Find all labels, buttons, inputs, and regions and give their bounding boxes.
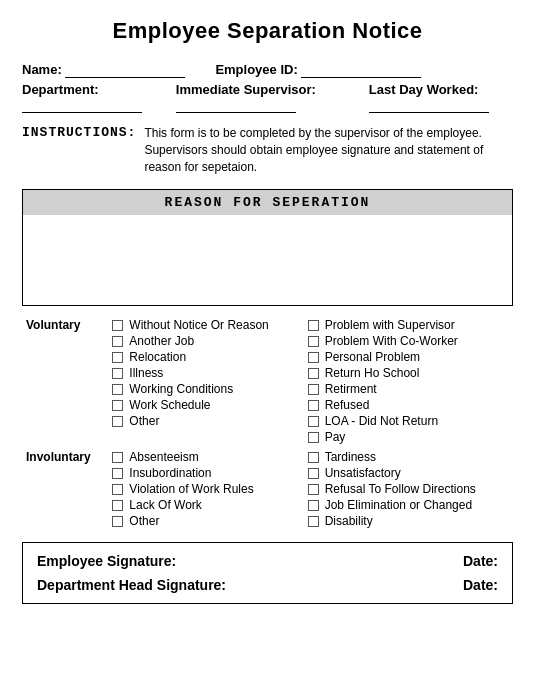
supervisor-value[interactable] <box>176 97 296 113</box>
list-item[interactable]: Disability <box>308 514 509 528</box>
checkbox-icon[interactable] <box>308 400 319 411</box>
header-fields: Name: Employee ID: Department: Immediate… <box>22 62 513 113</box>
list-item[interactable]: Retirment <box>308 382 509 396</box>
page-title: Employee Separation Notice <box>22 18 513 44</box>
list-item[interactable]: Work Schedule <box>112 398 299 412</box>
involuntary-label: Involuntary <box>22 448 108 532</box>
voluntary-col2: Problem with SupervisorProblem With Co-W… <box>304 316 513 448</box>
voluntary-col1-list: Without Notice Or ReasonAnother JobReloc… <box>112 318 299 428</box>
name-value[interactable] <box>65 62 185 78</box>
instructions-section: Instructions: This form is to be complet… <box>22 125 513 175</box>
voluntary-col1: Without Notice Or ReasonAnother JobReloc… <box>108 316 303 448</box>
list-item[interactable]: Tardiness <box>308 450 509 464</box>
list-item[interactable]: Other <box>112 414 299 428</box>
checkbox-icon[interactable] <box>112 500 123 511</box>
list-item[interactable]: Personal Problem <box>308 350 509 364</box>
supervisor-label: Immediate Supervisor: <box>176 82 316 97</box>
instructions-label: Instructions: <box>22 125 136 140</box>
checkbox-icon[interactable] <box>308 352 319 363</box>
list-item[interactable]: Lack Of Work <box>112 498 299 512</box>
reason-header: Reason For Seperation <box>23 190 512 215</box>
checkbox-icon[interactable] <box>112 416 123 427</box>
date1-label: Date: <box>463 553 498 569</box>
instructions-text: This form is to be completed by the supe… <box>144 125 513 175</box>
list-item[interactable]: Problem with Supervisor <box>308 318 509 332</box>
employeeid-label: Employee ID: <box>215 62 297 77</box>
voluntary-row: Voluntary Without Notice Or ReasonAnothe… <box>22 316 513 448</box>
list-item[interactable]: LOA - Did Not Return <box>308 414 509 428</box>
list-item[interactable]: Unsatisfactory <box>308 466 509 480</box>
separation-table: Voluntary Without Notice Or ReasonAnothe… <box>22 316 513 532</box>
list-item[interactable]: Problem With Co-Worker <box>308 334 509 348</box>
checkbox-icon[interactable] <box>308 432 319 443</box>
checkbox-icon[interactable] <box>308 500 319 511</box>
checkbox-icon[interactable] <box>308 416 319 427</box>
list-item[interactable]: Other <box>112 514 299 528</box>
list-item[interactable]: Working Conditions <box>112 382 299 396</box>
list-item[interactable]: Illness <box>112 366 299 380</box>
involuntary-col1-list: AbsenteeismInsubordinationViolation of W… <box>112 450 299 528</box>
involuntary-col2-list: TardinessUnsatisfactoryRefusal To Follow… <box>308 450 509 528</box>
involuntary-col1: AbsenteeismInsubordinationViolation of W… <box>108 448 303 532</box>
involuntary-col2: TardinessUnsatisfactoryRefusal To Follow… <box>304 448 513 532</box>
checkbox-icon[interactable] <box>308 384 319 395</box>
list-item[interactable]: Refusal To Follow Directions <box>308 482 509 496</box>
lastday-value[interactable] <box>369 97 489 113</box>
checkbox-icon[interactable] <box>112 400 123 411</box>
department-value[interactable] <box>22 97 142 113</box>
list-item[interactable]: Relocation <box>112 350 299 364</box>
checkbox-icon[interactable] <box>308 484 319 495</box>
name-label: Name: <box>22 62 62 77</box>
list-item[interactable]: Without Notice Or Reason <box>112 318 299 332</box>
reason-body[interactable] <box>23 215 512 305</box>
voluntary-label: Voluntary <box>22 316 108 448</box>
dept-head-sig-label: Department Head Signature: <box>37 577 226 593</box>
checkbox-icon[interactable] <box>308 468 319 479</box>
checkbox-icon[interactable] <box>112 352 123 363</box>
employeeid-value[interactable] <box>301 62 421 78</box>
checkbox-icon[interactable] <box>308 516 319 527</box>
voluntary-col2-list: Problem with SupervisorProblem With Co-W… <box>308 318 509 444</box>
checkbox-icon[interactable] <box>112 336 123 347</box>
checkbox-icon[interactable] <box>308 320 319 331</box>
list-item[interactable]: Another Job <box>112 334 299 348</box>
list-item[interactable]: Violation of Work Rules <box>112 482 299 496</box>
date2-label: Date: <box>463 577 498 593</box>
sig-right: Date: Date: <box>463 553 498 593</box>
checkbox-icon[interactable] <box>112 468 123 479</box>
checkbox-icon[interactable] <box>112 516 123 527</box>
list-item[interactable]: Job Elimination or Changed <box>308 498 509 512</box>
checkbox-icon[interactable] <box>112 368 123 379</box>
employee-sig-label: Employee Signature: <box>37 553 226 569</box>
checkbox-icon[interactable] <box>112 452 123 463</box>
list-item[interactable]: Refused <box>308 398 509 412</box>
checkbox-icon[interactable] <box>112 484 123 495</box>
signature-box: Employee Signature: Department Head Sign… <box>22 542 513 604</box>
list-item[interactable]: Return Ho School <box>308 366 509 380</box>
checkbox-icon[interactable] <box>112 384 123 395</box>
checkbox-icon[interactable] <box>308 368 319 379</box>
checkbox-icon[interactable] <box>112 320 123 331</box>
lastday-label: Last Day Worked: <box>369 82 479 97</box>
list-item[interactable]: Insubordination <box>112 466 299 480</box>
list-item[interactable]: Pay <box>308 430 509 444</box>
sig-left: Employee Signature: Department Head Sign… <box>37 553 226 593</box>
list-item[interactable]: Absenteeism <box>112 450 299 464</box>
department-label: Department: <box>22 82 99 97</box>
checkbox-icon[interactable] <box>308 452 319 463</box>
checkbox-icon[interactable] <box>308 336 319 347</box>
involuntary-row: Involuntary AbsenteeismInsubordinationVi… <box>22 448 513 532</box>
reason-box: Reason For Seperation <box>22 189 513 306</box>
